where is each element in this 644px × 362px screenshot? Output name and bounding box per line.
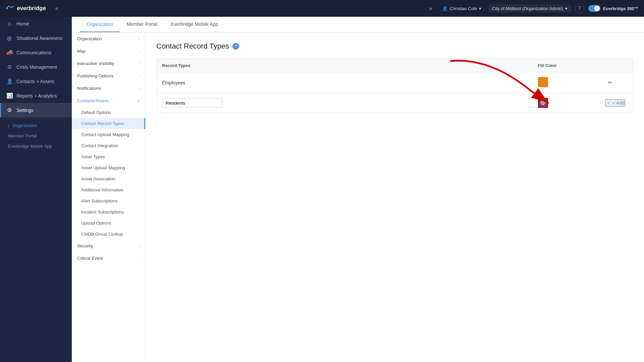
user-icon: 👤 [442, 6, 447, 11]
user-name: Christian Cole [449, 6, 477, 11]
content-header: Contact Record Types ? [156, 42, 633, 51]
secondary-nav: Organization Member Portal Everbridge Mo… [72, 17, 644, 33]
tab-mobile-app[interactable]: Everbridge Mobile App [164, 17, 225, 32]
third-nav-contacts-assets[interactable]: Contacts/Assets ∨ [72, 95, 145, 107]
chevron-right-icon: › [139, 74, 140, 78]
employees-label: Employees [162, 80, 185, 85]
edit-employees-button[interactable]: ✏ [605, 78, 615, 87]
third-sub-asset-association[interactable]: Asset Association [72, 173, 145, 184]
third-sub-contact-integration[interactable]: Contact Integration [72, 140, 145, 151]
logo-text: everbridge [17, 5, 46, 12]
third-nav-publishing-options[interactable]: Publishing Options › [72, 70, 145, 82]
add-label: + Add [612, 100, 625, 106]
tab-mobile-label: Everbridge Mobile App [171, 21, 218, 27]
sidebar-item-home[interactable]: ⌂ Home [0, 17, 72, 31]
sidebar-item-contacts-assets[interactable]: 👤 Contacts + Assets [0, 74, 72, 88]
sidebar-item-reports[interactable]: 📊 Reports + Analytics [0, 88, 72, 103]
sidebar-sub-member-portal[interactable]: Member Portal [0, 131, 72, 141]
help-icon[interactable]: ? [232, 43, 239, 50]
third-nav-security[interactable]: Security › [72, 240, 145, 252]
record-type-color-new: 🎨 [533, 93, 600, 113]
logo-icon [5, 4, 15, 13]
third-nav-map[interactable]: Map › [72, 45, 145, 57]
third-nav-map-label: Map [77, 49, 86, 54]
record-type-add-new: ＋ + Add [600, 93, 633, 113]
employees-color-swatch[interactable] [538, 77, 548, 87]
tab-member-portal[interactable]: Member Portal [120, 17, 164, 32]
help-button[interactable]: ? [575, 4, 584, 13]
third-sub-upload-options[interactable]: Upload Options [72, 218, 145, 229]
org-name: City of Midland (Organization Admin) [492, 6, 563, 11]
sidebar-item-reports-label: Reports + Analytics [16, 93, 57, 99]
360-toggle-switch[interactable] [588, 5, 600, 12]
third-sidebar: Organization › Map › Interactive Visibil… [72, 33, 146, 362]
third-nav-iv-label: Interactive Visibility [77, 61, 114, 66]
third-nav-security-label: Security [77, 243, 93, 248]
third-sub-default-options[interactable]: Default Options [72, 107, 145, 118]
third-sub-asset-upload-mapping[interactable]: Asset Upload Mapping [72, 162, 145, 173]
sidebar-item-crisis-management[interactable]: ⊙ Crisis Management [0, 60, 72, 74]
third-sub-alert-subscriptions[interactable]: Alert Subscriptions [72, 195, 145, 206]
topnav: everbridge « » 👤 Christian Cole ▾ City o… [0, 0, 644, 17]
sidebar-sub-mobile-label: Everbridge Mobile App [8, 144, 52, 149]
chevron-right-icon: › [139, 49, 140, 53]
third-nav-critical-event[interactable]: Critical Event › [72, 252, 145, 264]
reports-icon: 📊 [6, 93, 12, 99]
sidebar-item-situational-awareness[interactable]: ◎ Situational Awareness [0, 31, 72, 45]
third-nav-notifications[interactable]: Notifications › [72, 82, 145, 95]
collapse-sidebar-button[interactable]: « [53, 4, 61, 13]
settings-icon: ⚙ [6, 107, 12, 113]
sidebar-item-communications[interactable]: 📣 Communications [0, 45, 72, 60]
page-title: Contact Record Types [156, 42, 229, 51]
record-type-color-employees [533, 72, 600, 93]
user-menu[interactable]: 👤 Christian Cole ▾ [439, 5, 485, 12]
third-sub-ci-label: Contact Integration [81, 143, 118, 148]
third-sub-as-label: Alert Subscriptions [81, 198, 117, 203]
contacts-icon: 👤 [6, 78, 12, 84]
logo: everbridge [5, 4, 46, 13]
third-sub-aa-label: Asset Association [81, 176, 115, 181]
add-record-button[interactable]: ＋ + Add [605, 99, 625, 107]
tab-org-label: Organization [87, 21, 113, 27]
sidebar-sub-mobile-app[interactable]: Everbridge Mobile App [0, 141, 72, 152]
third-nav-ce-label: Critical Event [77, 256, 103, 261]
org-menu[interactable]: City of Midland (Organization Admin) ▾ [489, 5, 571, 12]
third-sub-at-label: Asset Types [81, 154, 105, 159]
third-nav-notif-label: Notifications [77, 86, 101, 91]
sidebar-sub-org-label: Organization [12, 123, 37, 128]
third-sub-cmdb-group[interactable]: CMDB Group Lookup [72, 229, 145, 240]
third-sub-aum-label: Asset Upload Mapping [81, 165, 125, 170]
table-row-new: 🎨 [157, 93, 633, 113]
third-sub-ai-label: Additional Information [81, 187, 123, 192]
third-sub-contact-upload-mapping[interactable]: Contact Upload Mapping [72, 129, 145, 140]
sidebar-sub-organization[interactable]: | Organization [0, 120, 72, 131]
third-sub-cg-label: CMDB Group Lookup [81, 232, 123, 237]
new-record-name-input[interactable] [162, 98, 222, 108]
col-fill-color: Fill Color [533, 59, 600, 72]
third-sub-contact-record-types[interactable]: Contact Record Types [72, 118, 145, 129]
sidebar-item-settings-label: Settings [16, 108, 34, 113]
nav-chevrons[interactable]: » [426, 4, 435, 13]
col-actions [600, 59, 633, 72]
third-nav-org-label: Organization [77, 36, 102, 41]
color-palette-icon: 🎨 [540, 100, 546, 106]
sidebar-sub-mp-label: Member Portal [8, 133, 37, 138]
sidebar-item-settings[interactable]: ⚙ Settings [0, 103, 72, 117]
tab-organization[interactable]: Organization [80, 17, 120, 32]
color-picker-button[interactable]: 🎨 [538, 98, 548, 108]
situational-awareness-icon: ◎ [6, 35, 12, 41]
third-sub-additional-info[interactable]: Additional Information [72, 184, 145, 195]
360-toggle: Everbridge 360™ [588, 5, 639, 12]
sidebar-item-contacts-label: Contacts + Assets [16, 79, 54, 84]
home-icon: ⌂ [6, 21, 12, 27]
third-sub-asset-types[interactable]: Asset Types [72, 151, 145, 162]
org-dropdown-icon: ▾ [565, 6, 568, 11]
third-sub-do-label: Default Options [81, 110, 111, 115]
third-sub-incident-subscriptions[interactable]: Incident Subscriptions [72, 206, 145, 218]
third-nav-interactive-visibility[interactable]: Interactive Visibility › [72, 57, 145, 70]
tab-mp-label: Member Portal [126, 21, 157, 27]
record-table: Record Types Fill Color Employees [156, 59, 633, 113]
third-nav-organization[interactable]: Organization › [72, 33, 145, 45]
crisis-icon: ⊙ [6, 64, 12, 70]
col-record-types: Record Types [157, 59, 533, 72]
